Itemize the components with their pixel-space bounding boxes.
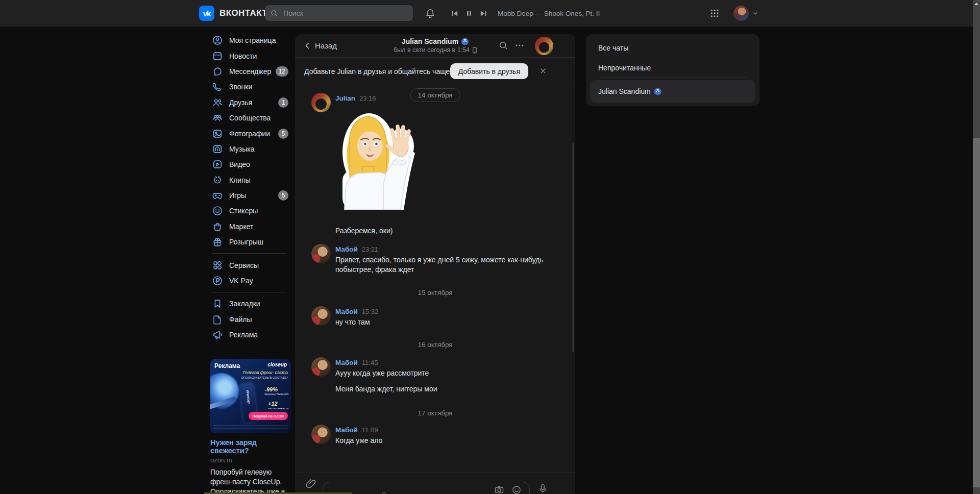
- top-bar: vk ВКОНТАКТЕ Mobb Deep — Shook Ones, Pt.…: [0, 0, 973, 27]
- notifications-bell-icon[interactable]: [425, 0, 436, 27]
- my-page-icon: [212, 35, 223, 46]
- mobile-phone-icon: [472, 47, 477, 54]
- message-author[interactable]: Мабой: [335, 308, 358, 315]
- ad-headline: Гелевая фреш- паста: [243, 370, 288, 375]
- sidebar-item-label: Видео: [229, 160, 250, 168]
- chevron-down-icon[interactable]: [752, 0, 759, 27]
- scrollbar-thumb[interactable]: [973, 138, 980, 487]
- services-icon: [212, 260, 223, 271]
- sidebar-item-label: Розыгрыш: [229, 238, 263, 246]
- page-scrollbar[interactable]: [973, 0, 980, 494]
- message-author[interactable]: Мабой: [335, 245, 358, 253]
- scrollbar-up-arrow-icon[interactable]: [974, 3, 978, 5]
- global-search[interactable]: [265, 5, 413, 21]
- vk-logo[interactable]: vk: [199, 6, 214, 21]
- sidebar-item-label: Музыка: [229, 145, 255, 153]
- camera-icon[interactable]: [494, 485, 504, 494]
- search-icon: [270, 9, 278, 17]
- search-input[interactable]: [282, 9, 402, 18]
- ad-title-link[interactable]: Нужен заряд свежести?: [210, 438, 291, 455]
- attachment-paperclip-icon[interactable]: [305, 478, 317, 489]
- sidebar-item-vkpay[interactable]: VK Pay: [204, 273, 291, 288]
- counter-badge: 12: [276, 66, 288, 77]
- message-author[interactable]: Julian: [335, 94, 355, 102]
- sidebar-item-label: VK Pay: [229, 277, 253, 285]
- sidebar-item-clips[interactable]: Клипы: [204, 172, 291, 188]
- previous-track-icon[interactable]: [450, 0, 459, 27]
- sidebar-item-ads[interactable]: Реклама: [204, 327, 291, 342]
- market-icon: [212, 221, 223, 232]
- sidebar-item-communities[interactable]: Сообщества: [204, 110, 291, 126]
- message-avatar[interactable]: [311, 244, 331, 263]
- games-icon: [212, 190, 223, 201]
- music-icon: [212, 143, 223, 155]
- vk-app-window: vk ВКОНТАКТЕ Mobb Deep — Shook Ones, Pt.…: [0, 0, 980, 494]
- emoji-smiley-icon[interactable]: [511, 485, 522, 494]
- chat-scrollbar-thumb[interactable]: [572, 143, 574, 352]
- photos-icon: [212, 128, 223, 139]
- ad-description: Попробуй гелевую фреш-пасту CloseUp. Опо…: [210, 467, 291, 494]
- ad-domain: ozon.ru: [210, 456, 291, 464]
- add-friend-button[interactable]: Добавить в друзья: [450, 63, 528, 79]
- sidebar-item-label: Игры: [229, 191, 246, 200]
- sidebar-item-calls[interactable]: Звонки: [204, 79, 291, 94]
- message-author[interactable]: Мабой: [335, 359, 358, 366]
- back-button[interactable]: Назад: [304, 34, 337, 57]
- sidebar-ad[interactable]: Реклама closeup Гелевая фреш- паста ОПОЛ…: [210, 359, 291, 494]
- filter-all-chats[interactable]: Все чаты: [598, 44, 628, 52]
- now-playing-track[interactable]: Mobb Deep — Shook Ones, Pt. II: [498, 0, 600, 27]
- message-avatar[interactable]: [311, 357, 331, 377]
- sidebar-item-bookmarks[interactable]: Закладки: [204, 296, 291, 311]
- message-time: 15:32: [362, 308, 379, 315]
- pause-icon[interactable]: [465, 0, 473, 27]
- microphone-icon[interactable]: [537, 483, 548, 494]
- message-author[interactable]: Мабой: [335, 426, 358, 434]
- message-row: Мабой23:21Привет, спасибо, только я уже …: [311, 244, 565, 275]
- chat-filters-panel: Все чаты Непрочитанные Julian Scandium: [586, 34, 760, 106]
- left-sidebar: Моя страница Новости Мессенджер12 Звонки…: [204, 27, 291, 494]
- counter-badge: 5: [278, 129, 288, 139]
- sidebar-item-games[interactable]: Игры5: [204, 188, 291, 203]
- chevron-left-icon: [304, 42, 311, 50]
- message-avatar[interactable]: [311, 93, 331, 112]
- chat-list-item-selected[interactable]: Julian Scandium: [590, 80, 755, 103]
- more-options-icon[interactable]: [514, 44, 525, 54]
- sidebar-item-video[interactable]: Видео: [204, 157, 291, 172]
- chat-panel: Назад Julian Scandium был в сети сегодня…: [295, 34, 575, 494]
- next-track-icon[interactable]: [479, 0, 488, 27]
- sidebar-item-photos[interactable]: Фотографии5: [204, 126, 291, 141]
- sidebar-item-label: Реклама: [229, 331, 258, 339]
- ad-brand-logo: closeup: [267, 362, 287, 367]
- sidebar-item-my-page[interactable]: Моя страница: [204, 33, 291, 48]
- sidebar-item-friends[interactable]: Друзья1: [204, 95, 291, 110]
- waving-blonde-woman-sticker[interactable]: [335, 106, 416, 210]
- user-avatar[interactable]: [733, 6, 749, 21]
- close-icon[interactable]: [539, 67, 547, 75]
- sidebar-item-files[interactable]: Файлы: [204, 312, 291, 327]
- chat-search-icon[interactable]: [498, 40, 508, 51]
- message-text: Меня банда ждет, ниггеры мои: [335, 384, 437, 394]
- message-row: Julian23:16 Разберемся, оки): [311, 93, 565, 236]
- ad-image[interactable]: Реклама closeup Гелевая фреш- паста ОПОЛ…: [210, 359, 291, 433]
- sidebar-item-giveaway[interactable]: Розыгрыш: [204, 234, 291, 250]
- chat-title: Julian Scandium: [402, 37, 458, 45]
- apps-grid-icon[interactable]: [709, 0, 720, 27]
- chat-peer-avatar[interactable]: [535, 37, 553, 55]
- message-text: Когда уже ало: [335, 436, 382, 446]
- ads-icon: [212, 329, 223, 340]
- sidebar-item-messenger[interactable]: Мессенджер12: [204, 64, 291, 79]
- message-avatar[interactable]: [311, 425, 331, 444]
- sidebar-item-stickers[interactable]: Стикеры: [204, 203, 291, 218]
- ad-ozon-button[interactable]: Покупай на OZON: [249, 412, 288, 420]
- sidebar-item-market[interactable]: Маркет: [204, 219, 291, 234]
- sidebar-item-services[interactable]: Сервисы: [204, 257, 291, 273]
- sidebar-item-news[interactable]: Новости: [204, 48, 291, 63]
- sidebar-item-music[interactable]: Музыка: [204, 141, 291, 157]
- ad-stat-2: +12часов свежести: [268, 401, 288, 410]
- message-time: 11:09: [362, 426, 378, 434]
- message-avatar[interactable]: [311, 306, 331, 326]
- ad-subheadline: ОПОЛАСКИВАТЕЛЬ В СОСТАВЕ*: [241, 376, 288, 379]
- message-text: Разберемся, оки): [335, 226, 416, 236]
- chat-peer-info[interactable]: Julian Scandium был в сети сегодня в 1:5…: [394, 37, 477, 54]
- filter-unread[interactable]: Непрочитанные: [598, 64, 651, 72]
